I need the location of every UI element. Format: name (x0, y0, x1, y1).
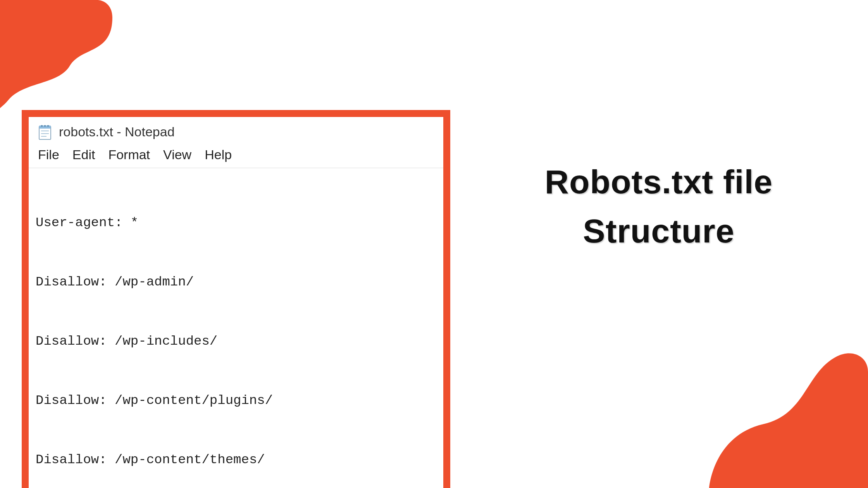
notepad-icon (38, 123, 52, 140)
slide-heading: Robots.txt file Structure (465, 163, 852, 250)
notepad-title: robots.txt - Notepad (59, 124, 175, 139)
notepad-titlebar: robots.txt - Notepad (29, 117, 443, 145)
menu-edit[interactable]: Edit (72, 147, 95, 162)
editor-line: Disallow: /wp-content/plugins/ (36, 391, 436, 411)
heading-line-1: Robots.txt file (465, 163, 852, 201)
editor-line: Disallow: /wp-admin/ (36, 272, 436, 292)
editor-line: Disallow: /wp-includes/ (36, 332, 436, 351)
notepad-window: robots.txt - Notepad File Edit Format Vi… (22, 110, 450, 488)
svg-point-2 (41, 125, 43, 127)
menu-format[interactable]: Format (108, 147, 150, 162)
editor-line: User-agent: * (36, 213, 436, 233)
svg-point-3 (44, 125, 46, 127)
svg-point-4 (47, 125, 49, 127)
menu-help[interactable]: Help (205, 147, 232, 162)
notepad-editor[interactable]: User-agent: * Disallow: /wp-admin/ Disal… (29, 168, 443, 488)
heading-line-2: Structure (465, 212, 852, 250)
menu-file[interactable]: File (38, 147, 59, 162)
editor-line: Disallow: /wp-content/themes/ (36, 450, 436, 470)
menu-view[interactable]: View (163, 147, 191, 162)
notepad-menubar: File Edit Format View Help (29, 145, 443, 168)
